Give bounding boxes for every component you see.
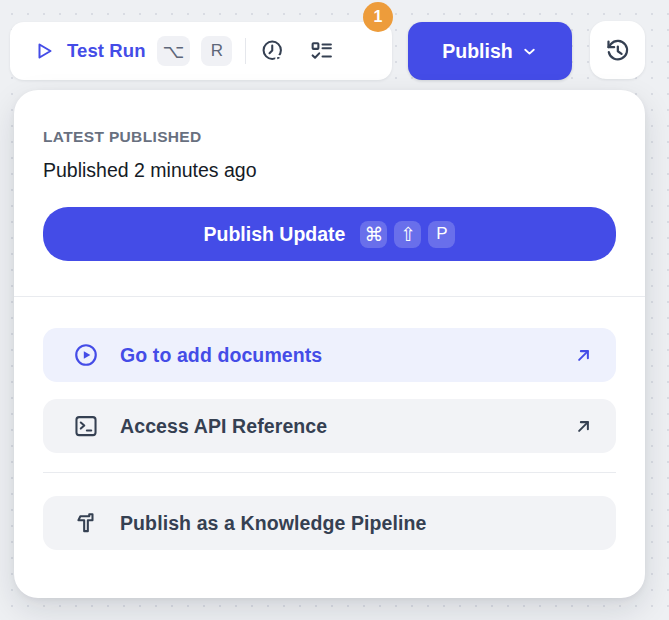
latest-published-heading: LATEST PUBLISHED bbox=[43, 128, 616, 146]
menu-item-go-to-add-documents[interactable]: Go to add documents bbox=[43, 328, 616, 382]
top-toolbar: Test Run ⌥ R bbox=[10, 22, 392, 80]
notification-badge: 1 bbox=[363, 2, 393, 32]
version-history-button[interactable] bbox=[590, 21, 645, 79]
menu-item-publish-knowledge-pipeline[interactable]: Publish as a Knowledge Pipeline bbox=[43, 496, 616, 550]
external-arrow-icon bbox=[573, 345, 594, 366]
p-keycap: P bbox=[428, 221, 455, 248]
publish-dropdown-panel: LATEST PUBLISHED Published 2 minutes ago… bbox=[14, 90, 645, 598]
external-arrow-icon bbox=[573, 416, 594, 437]
clock-play-icon bbox=[260, 38, 286, 64]
published-status-text: Published 2 minutes ago bbox=[43, 159, 616, 182]
checklist-icon bbox=[309, 39, 334, 64]
chevron-down-icon bbox=[521, 43, 538, 60]
publish-button-label: Publish bbox=[442, 40, 512, 63]
test-run-label: Test Run bbox=[67, 40, 146, 62]
terminal-icon bbox=[73, 413, 99, 439]
publish-button[interactable]: Publish bbox=[408, 22, 572, 80]
menu-item-label: Publish as a Knowledge Pipeline bbox=[120, 512, 427, 535]
menu-item-access-api-reference[interactable]: Access API Reference bbox=[43, 399, 616, 453]
pipeline-icon bbox=[73, 510, 99, 536]
publish-update-button[interactable]: Publish Update ⌘ ⇧ P bbox=[43, 207, 616, 261]
panel-divider-bottom bbox=[43, 472, 616, 473]
publish-update-label: Publish Update bbox=[204, 223, 346, 246]
toolbar-divider bbox=[245, 38, 246, 64]
menu-item-label: Go to add documents bbox=[120, 344, 322, 367]
shift-keycap: ⇧ bbox=[394, 221, 421, 248]
panel-divider-top bbox=[14, 296, 645, 297]
test-run-button[interactable]: Test Run ⌥ R bbox=[32, 36, 232, 66]
option-keycap: ⌥ bbox=[157, 36, 191, 66]
play-circle-icon bbox=[73, 342, 99, 368]
play-icon bbox=[32, 39, 56, 63]
r-keycap: R bbox=[201, 36, 232, 66]
menu-item-label: Access API Reference bbox=[120, 415, 327, 438]
cmd-keycap: ⌘ bbox=[360, 221, 387, 248]
checklist-button[interactable] bbox=[309, 39, 334, 64]
run-history-button[interactable] bbox=[260, 38, 286, 64]
history-icon bbox=[604, 37, 631, 64]
